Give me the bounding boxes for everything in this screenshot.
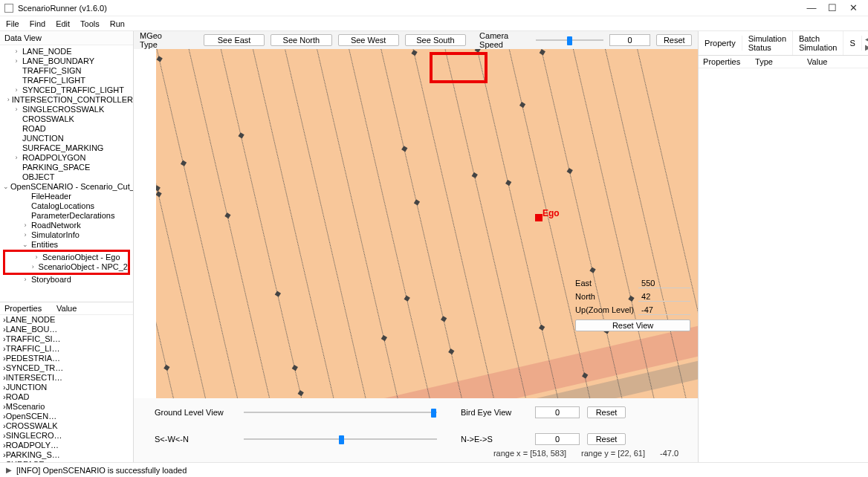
tree-item[interactable]: ›INTERSECTION_CONTROLLER (3, 95, 133, 105)
property-item[interactable]: ›INTERSECTI… (3, 373, 133, 383)
minimize-button[interactable]: — (801, 2, 822, 13)
data-view-tree[interactable]: ›LANE_NODE›LANE_BOUNDARYTRAFFIC_SIGNTRAF… (0, 45, 133, 302)
tree-item[interactable]: ›RoadNetwork (3, 221, 133, 230)
lane-line (176, 49, 304, 398)
chevron-icon[interactable]: › (12, 105, 21, 114)
bev-reset-button[interactable]: Reset (587, 406, 626, 418)
tab-overflow[interactable]: S (843, 36, 861, 51)
menu-tools[interactable]: Tools (80, 19, 100, 28)
zoom-value[interactable]: -47 (638, 305, 690, 315)
view-tilt-slider[interactable] (244, 408, 437, 417)
east-label: East (575, 279, 638, 288)
property-item[interactable]: ›ROAD (3, 392, 133, 402)
property-label: OpenSCEN… (6, 412, 56, 421)
chevron-icon[interactable]: › (12, 56, 21, 66)
see-east-button[interactable]: See East (204, 34, 265, 46)
chevron-icon[interactable]: › (32, 253, 41, 262)
tree-item[interactable]: ›SYNCED_TRAFFIC_LIGHT (3, 85, 133, 95)
tree-item[interactable]: ›LANE_BOUNDARY (3, 56, 133, 66)
chevron-icon[interactable]: › (12, 85, 21, 95)
chevron-icon[interactable]: › (12, 47, 21, 56)
chevron-icon[interactable]: ⌄ (3, 182, 9, 192)
tree-item-label: ParameterDeclarations (30, 211, 115, 221)
chevron-icon[interactable]: › (12, 153, 21, 163)
menu-file[interactable]: File (6, 19, 19, 28)
tree-item[interactable]: ›ROADPOLYGON (3, 153, 133, 163)
chevron-icon[interactable]: ⌄ (21, 240, 30, 250)
property-label: ROAD (6, 392, 30, 401)
lane-node-marker (381, 335, 387, 341)
tree-item[interactable]: PARKING_SPACE (3, 163, 133, 172)
tab-simulation-status[interactable]: Simulation Status (742, 31, 793, 55)
nes-value[interactable]: 0 (535, 433, 580, 445)
tree-item[interactable]: ›Storyboard (3, 275, 133, 285)
property-item[interactable]: ›PARKING_S… (3, 450, 133, 460)
tree-item[interactable]: ⌄OpenSCENARIO - Scenario_Cut_In_1 (3, 182, 133, 192)
tree-item[interactable]: CatalogLocations (3, 201, 133, 211)
property-item[interactable]: ›ROADPOLY… (3, 441, 133, 450)
property-item[interactable]: ›PEDESTRIA… (3, 354, 133, 363)
tree-item-label: LANE_BOUNDARY (21, 56, 94, 66)
close-button[interactable]: ✕ (843, 2, 864, 13)
tree-item[interactable]: CROSSWALK (3, 114, 133, 124)
highlighted-entities: ›ScenarioObject - Ego›ScenarioObject - N… (3, 250, 130, 275)
app-icon (4, 4, 13, 13)
tree-item[interactable]: ›ScenarioObject - Ego (5, 253, 128, 262)
lane-node-marker (292, 364, 298, 370)
ego-marker[interactable]: Ego (535, 214, 542, 221)
tree-item[interactable]: ⌄Entities (3, 240, 133, 250)
tree-item[interactable]: OBJECT (3, 172, 133, 182)
property-item[interactable]: ›LANE_BOU… (3, 325, 133, 334)
menu-find[interactable]: Find (30, 19, 45, 28)
tree-item[interactable]: ›ScenarioObject - NPC_2 (5, 262, 128, 272)
property-item[interactable]: ›TRAFFIC_SI… (3, 334, 133, 344)
camera-speed-value[interactable]: 0 (609, 34, 651, 46)
camera-speed-slider[interactable] (536, 36, 603, 45)
menu-run[interactable]: Run (110, 19, 125, 28)
expand-icon[interactable]: ▶ (6, 466, 12, 474)
map-canvas[interactable]: Ego East550 North42 Up(Zoom Level)-47 Re… (134, 49, 698, 398)
property-item[interactable]: ›SINGLECRO… (3, 431, 133, 441)
property-item[interactable]: ›LANE_NODE (3, 315, 133, 325)
chevron-icon[interactable]: › (21, 221, 30, 230)
chevron-icon[interactable]: › (21, 230, 30, 240)
nes-reset-button[interactable]: Reset (587, 433, 626, 445)
reset-view-button[interactable]: Reset View (575, 319, 690, 331)
north-value[interactable]: 42 (638, 292, 690, 302)
tree-item[interactable]: TRAFFIC_LIGHT (3, 76, 133, 85)
tree-item[interactable]: JUNCTION (3, 134, 133, 143)
camera-reset-button[interactable]: Reset (656, 34, 692, 46)
tab-batch-simulation[interactable]: Batch Simulation (793, 31, 843, 55)
tab-property[interactable]: Property (699, 36, 742, 51)
chevron-icon[interactable]: › (29, 262, 37, 272)
property-item[interactable]: ›SYNCED_TR… (3, 363, 133, 373)
tree-item[interactable]: ROAD (3, 124, 133, 134)
tree-item[interactable]: FileHeader (3, 192, 133, 201)
tree-item[interactable]: TRAFFIC_SIGN (3, 66, 133, 76)
maximize-button[interactable]: ☐ (822, 2, 843, 13)
see-west-button[interactable]: See West (338, 34, 399, 46)
bev-value[interactable]: 0 (535, 406, 580, 418)
tree-item[interactable]: SURFACE_MARKING (3, 143, 133, 153)
property-item[interactable]: ›OpenSCEN… (3, 412, 133, 421)
tree-item[interactable]: ›SimulatorInfo (3, 230, 133, 240)
north-label: North (575, 292, 638, 301)
chevron-icon[interactable]: › (21, 275, 30, 285)
heading-slider[interactable] (244, 435, 437, 444)
menu-edit[interactable]: Edit (56, 19, 70, 28)
tree-item[interactable]: ParameterDeclarations (3, 211, 133, 221)
property-item[interactable]: ›SURFACE_… (3, 460, 133, 462)
property-item[interactable]: ›TRAFFIC_LI… (3, 344, 133, 354)
east-value[interactable]: 550 (638, 279, 690, 288)
tree-item[interactable]: ›SINGLECROSSWALK (3, 105, 133, 114)
tab-scroll-arrows[interactable]: ◀ ▶ (862, 35, 868, 51)
right-tabs: Property Simulation Status Batch Simulat… (699, 31, 868, 56)
property-item[interactable]: ›CROSSWALK (3, 421, 133, 431)
see-north-button[interactable]: See North (271, 34, 331, 46)
property-item[interactable]: ›JUNCTION (3, 383, 133, 392)
tree-item[interactable]: ›LANE_NODE (3, 47, 133, 56)
property-item[interactable]: ›MScenario (3, 402, 133, 412)
property-label: SYNCED_TR… (6, 363, 64, 372)
properties-tree[interactable]: ›LANE_NODE›LANE_BOU…›TRAFFIC_SI…›TRAFFIC… (0, 315, 133, 462)
see-south-button[interactable]: See South (405, 34, 466, 46)
